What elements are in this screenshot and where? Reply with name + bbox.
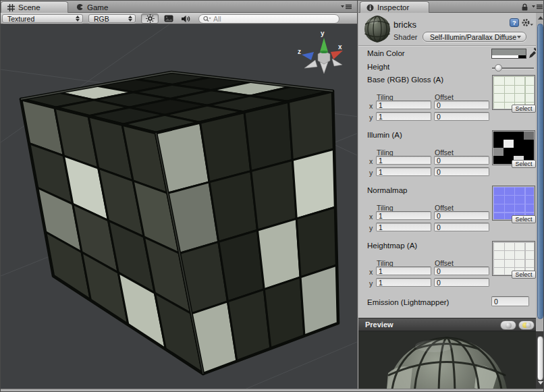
tiling-x-field[interactable] bbox=[376, 156, 431, 165]
gizmo-x-axis-cone[interactable] bbox=[331, 51, 343, 59]
height-label: Height bbox=[367, 63, 389, 71]
tiling-x-field[interactable] bbox=[376, 267, 431, 275]
updown-arrows-icon bbox=[76, 16, 80, 22]
y-row-label: y bbox=[369, 279, 373, 287]
gear-menu-button[interactable] bbox=[521, 18, 534, 28]
x-row-label: x bbox=[369, 157, 373, 165]
y-row-label: y bbox=[369, 113, 373, 121]
main-color-swatch[interactable] bbox=[491, 49, 526, 59]
x-row-label: x bbox=[369, 268, 373, 276]
shader-value: Self-Illumin/Parallax Diffuse bbox=[430, 33, 516, 41]
tab-game[interactable]: Game bbox=[70, 1, 139, 13]
preview-header[interactable]: Preview bbox=[358, 318, 536, 331]
preview-sphere bbox=[358, 331, 536, 389]
scene-tabstrip: Scene Game bbox=[1, 1, 357, 13]
tiling-x-field[interactable] bbox=[376, 211, 431, 220]
scene-search-field[interactable] bbox=[198, 14, 339, 24]
preview-lighting-button[interactable] bbox=[518, 320, 535, 330]
texture-grid-pattern bbox=[493, 187, 534, 219]
height-slider-knob[interactable] bbox=[495, 64, 502, 72]
offset-y-field[interactable] bbox=[434, 112, 489, 121]
main-color-label: Main Color bbox=[367, 49, 405, 57]
texture-section-illumin-a: Illumin (A)SelectTilingOffsetxy bbox=[358, 130, 536, 186]
texture-section-heightmap-a: Heightmap (A)SelectTilingOffsetxy bbox=[358, 241, 536, 296]
gizmo-y-label: y bbox=[321, 30, 325, 37]
inspector-scrollbar[interactable] bbox=[536, 13, 544, 389]
shader-label: Shader bbox=[393, 33, 417, 41]
texture-section-base-rgb-gloss-a: Base (RGB) Gloss (A)SelectTilingOffsetxy bbox=[358, 75, 536, 130]
scene-viewport[interactable]: yxz bbox=[1, 24, 357, 389]
search-input[interactable] bbox=[213, 15, 335, 23]
preview-sphere-button[interactable] bbox=[500, 320, 516, 330]
emission-label: Emission (Lightmapper) bbox=[367, 298, 449, 306]
x-row-label: x bbox=[369, 213, 373, 221]
shader-dropdown[interactable]: Self-Illumin/Parallax Diffuse bbox=[423, 32, 526, 42]
tab-scene[interactable]: Scene bbox=[1, 1, 68, 13]
offset-y-field[interactable] bbox=[434, 278, 489, 287]
lighting-toggle-icon bbox=[522, 323, 531, 328]
preview-scrollbar-thumb[interactable] bbox=[537, 336, 543, 381]
image-icon bbox=[164, 15, 173, 22]
tiling-y-field[interactable] bbox=[376, 223, 431, 231]
scene-toolbar: Textured RGB bbox=[1, 13, 358, 24]
texture-section-normalmap: NormalmapSelectTilingOffsetxy bbox=[358, 186, 536, 241]
draw-mode-dropdown[interactable]: Textured bbox=[2, 14, 83, 23]
updown-arrows-icon bbox=[128, 16, 132, 22]
offset-y-field[interactable] bbox=[434, 167, 489, 176]
y-row-label: y bbox=[369, 224, 373, 232]
texture-select-button[interactable]: Select bbox=[512, 105, 536, 113]
sphere-icon bbox=[506, 323, 512, 329]
texture-select-button[interactable]: Select bbox=[512, 160, 536, 168]
tiling-y-field[interactable] bbox=[376, 278, 431, 287]
texture-select-button[interactable]: Select bbox=[512, 271, 536, 279]
texture-section-title: Illumin (A) bbox=[367, 131, 402, 139]
tab-game-label: Game bbox=[87, 3, 108, 11]
scene-panel-menu-icon[interactable] bbox=[340, 3, 352, 10]
inspector-panel: Inspector bbox=[358, 1, 544, 389]
gizmo-y-axis-cone[interactable] bbox=[320, 38, 328, 52]
offset-x-field[interactable] bbox=[434, 211, 489, 220]
texture-section-title: Heightmap (A) bbox=[367, 242, 417, 250]
unity-editor-window: Scene Game Textured bbox=[0, 0, 544, 392]
orientation-gizmo[interactable]: yxz bbox=[298, 30, 343, 74]
emission-field[interactable] bbox=[491, 296, 529, 306]
offset-x-field[interactable] bbox=[434, 156, 489, 165]
scroll-up-icon[interactable] bbox=[538, 16, 543, 20]
tiling-y-field[interactable] bbox=[376, 112, 431, 121]
chevron-down-icon bbox=[517, 36, 521, 38]
y-row-label: y bbox=[369, 169, 373, 177]
alpha-bar bbox=[492, 55, 526, 58]
tiling-x-field[interactable] bbox=[376, 101, 431, 109]
material-preview-area[interactable] bbox=[358, 331, 536, 389]
color-mode-dropdown[interactable]: RGB bbox=[88, 14, 136, 23]
scrollbar-thumb[interactable] bbox=[537, 24, 543, 319]
tab-inspector[interactable]: Inspector bbox=[360, 1, 429, 13]
gizmo-x-label: x bbox=[338, 43, 342, 51]
offset-x-field[interactable] bbox=[434, 101, 489, 109]
gizmo-z-axis-cone[interactable] bbox=[302, 52, 314, 60]
gizmo-neutral-axis[interactable] bbox=[304, 60, 317, 68]
texture-section-title: Base (RGB) Gloss (A) bbox=[367, 76, 443, 84]
lighting-toggle-button[interactable] bbox=[141, 13, 159, 24]
inspector-panel-menu-icon[interactable] bbox=[531, 3, 543, 10]
offset-y-field[interactable] bbox=[434, 223, 489, 231]
help-glyph: ? bbox=[512, 19, 516, 26]
skybox-fx-toggle-button[interactable] bbox=[161, 13, 177, 24]
game-icon bbox=[76, 3, 84, 11]
scene-grid-icon bbox=[7, 4, 15, 11]
audio-toggle-button[interactable] bbox=[178, 13, 194, 24]
texture-section-title: Normalmap bbox=[367, 186, 407, 194]
lock-icon[interactable] bbox=[521, 3, 528, 11]
scene-3d-render: yxz bbox=[1, 24, 357, 389]
offset-x-field[interactable] bbox=[434, 267, 489, 275]
texture-select-button[interactable]: Select bbox=[512, 215, 536, 223]
scroll-down-icon[interactable] bbox=[538, 381, 543, 385]
gear-icon bbox=[521, 18, 534, 28]
divider bbox=[358, 45, 536, 46]
help-button[interactable]: ? bbox=[510, 18, 519, 27]
gizmo-z-label: z bbox=[298, 48, 301, 55]
search-icon bbox=[203, 16, 211, 22]
gizmo-neutral-axis[interactable] bbox=[332, 59, 342, 66]
tiling-y-field[interactable] bbox=[376, 167, 431, 176]
inspector-tabstrip: Inspector bbox=[358, 1, 544, 13]
